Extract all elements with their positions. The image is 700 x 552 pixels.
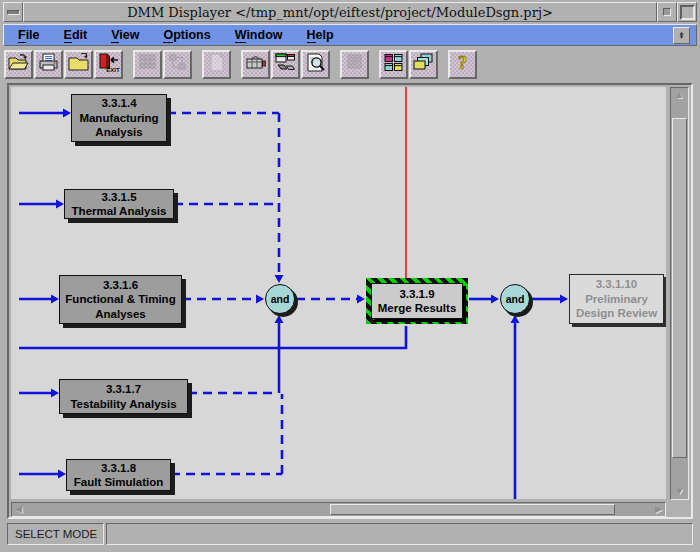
node-3-3-1-9[interactable]: 3.3.1.9 Merge Results: [371, 283, 463, 319]
arrowhead-icon: [51, 295, 59, 304]
toolbar-button-cascade-windows[interactable]: [409, 50, 438, 79]
toolbar-button-windows-status[interactable]: [271, 50, 300, 79]
dimmed-links-icon: [166, 52, 189, 77]
horizontal-scrollbar[interactable]: ◀ ▶: [11, 502, 666, 517]
node-3-3-1-10[interactable]: 3.3.1.10 Preliminary Design Review: [569, 274, 664, 324]
arrowhead-icon: [256, 295, 264, 304]
toolbar-button-dimmed-links: [163, 50, 192, 79]
toolbar-button-print[interactable]: [34, 50, 63, 79]
search-page-icon: [304, 52, 327, 77]
dimmed-grid-icon: [136, 52, 159, 77]
menu-item-file[interactable]: File: [10, 26, 48, 44]
toolbar-button-help[interactable]: ?: [448, 50, 477, 79]
node-3-3-1-6[interactable]: 3.3.1.6 Functional & Timing Analyses: [59, 275, 182, 324]
tile-windows-icon: [382, 52, 405, 77]
toolbar-button-blank-page: [202, 50, 231, 79]
diagram-canvas[interactable]: 3.3.1.4 Manufacturing Analysis3.3.1.5 Th…: [11, 87, 666, 499]
exit-icon: EXIT: [97, 52, 120, 77]
work-area: 3.3.1.4 Manufacturing Analysis3.3.1.5 Th…: [7, 83, 693, 519]
blank-page-icon: [205, 52, 228, 77]
scroll-up-arrow-icon[interactable]: ▲: [675, 91, 684, 100]
vertical-scroll-thumb[interactable]: [672, 118, 687, 458]
vertical-scrollbar[interactable]: ▲ ▼: [670, 87, 689, 500]
maximize-icon: [680, 5, 695, 20]
minimize-icon: [663, 8, 671, 16]
titlebar[interactable]: DMM Displayer </tmp_mnt/opt/eiftest/proj…: [3, 2, 697, 22]
menubar: FileEditViewOptionsWindowHelp ▲ ▼: [3, 24, 697, 46]
toolbar-button-dimmed-grid: [133, 50, 162, 79]
arrowhead-icon: [63, 109, 71, 118]
menu-item-help[interactable]: Help: [299, 26, 342, 44]
minimize-button[interactable]: [657, 2, 677, 22]
toolbar-button-tile-windows[interactable]: [379, 50, 408, 79]
arrowhead-icon: [58, 470, 66, 479]
arrowhead-icon: [56, 200, 64, 209]
scroll-right-arrow-icon[interactable]: ▶: [655, 505, 662, 514]
arrowhead-icon: [491, 295, 499, 304]
arrowhead-icon: [51, 389, 59, 398]
and-gate-2[interactable]: and: [500, 284, 530, 314]
arrowhead-icon: [511, 315, 520, 323]
toolbar-button-open-file[interactable]: [4, 50, 33, 79]
arrowhead-icon: [275, 275, 284, 283]
open-file-icon: [7, 52, 30, 77]
window-title: DMM Displayer </tmp_mnt/opt/eiftest/proj…: [127, 5, 553, 20]
and-gate-1[interactable]: and: [265, 284, 295, 314]
toolbar-button-new-folder[interactable]: [64, 50, 93, 79]
scroll-down-arrow-icon[interactable]: ▼: [675, 487, 684, 496]
cascade-windows-icon: [412, 52, 435, 77]
windows-status-icon: [274, 52, 297, 77]
menubar-spinner-button[interactable]: ▲ ▼: [673, 27, 690, 44]
status-mode-label: SELECT MODE: [15, 528, 97, 540]
toolbar-button-search-page[interactable]: [301, 50, 330, 79]
app-window: DMM Displayer </tmp_mnt/opt/eiftest/proj…: [0, 0, 700, 552]
arrowhead-icon: [560, 295, 568, 304]
menu-item-edit[interactable]: Edit: [56, 26, 96, 44]
status-message-panel: [106, 523, 693, 545]
new-folder-icon: [67, 52, 90, 77]
connector-line-14: [19, 326, 406, 348]
toolbar-button-toolbox[interactable]: [241, 50, 270, 79]
arrowhead-icon: [357, 295, 365, 304]
maximize-button[interactable]: [677, 2, 697, 22]
menu-item-options[interactable]: Options: [155, 26, 218, 44]
node-3-3-1-8[interactable]: 3.3.1.8 Fault Simulation: [66, 459, 171, 491]
node-3-3-1-5[interactable]: 3.3.1.5 Thermal Analysis: [64, 189, 174, 219]
scroll-left-arrow-icon[interactable]: ◀: [15, 505, 22, 514]
node-3-3-1-4[interactable]: 3.3.1.4 Manufacturing Analysis: [71, 94, 167, 142]
menu-item-window[interactable]: Window: [227, 26, 291, 44]
spinner-down-icon: ▼: [679, 35, 685, 39]
svg-text:?: ?: [458, 53, 467, 73]
horizontal-scroll-thumb[interactable]: [330, 504, 615, 515]
menu-item-view[interactable]: View: [103, 26, 147, 44]
help-icon: ?: [451, 52, 474, 77]
arrowhead-icon: [275, 315, 284, 323]
window-menu-button[interactable]: [3, 2, 23, 22]
window-menu-dash-icon: [7, 10, 20, 15]
status-mode-panel: SELECT MODE: [7, 523, 104, 545]
svg-text:EXIT: EXIT: [106, 67, 120, 73]
node-3-3-1-7[interactable]: 3.3.1.7 Testability Analysis: [59, 379, 188, 414]
toolbar-button-dimmed-report: [340, 50, 369, 79]
print-icon: [37, 52, 60, 77]
dimmed-report-icon: [343, 52, 366, 77]
toolbox-icon: [244, 52, 267, 77]
toolbar-button-exit[interactable]: EXIT: [94, 50, 123, 79]
toolbar: EXIT?: [3, 47, 697, 82]
selected-node-3-3-1-9[interactable]: 3.3.1.9 Merge Results: [366, 278, 468, 324]
